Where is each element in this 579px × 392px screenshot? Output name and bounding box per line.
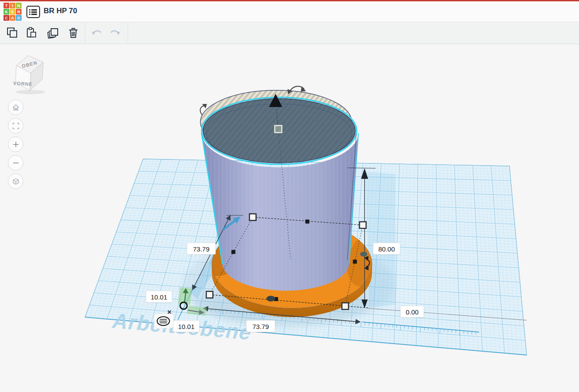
design-menu-button[interactable] [26, 6, 40, 18]
redo-icon [109, 26, 121, 39]
height-scale-handle[interactable] [275, 126, 282, 133]
logo-cell: I [10, 3, 15, 8]
scale-handle-front-right[interactable] [342, 303, 349, 310]
corner-handle-back[interactable] [306, 220, 310, 224]
logo-cell: E [10, 9, 15, 15]
paste-button[interactable] [25, 26, 38, 40]
redo-button[interactable] [108, 26, 122, 40]
3d-viewport[interactable]: Arbeitsebene [0, 0, 579, 392]
home-view-button[interactable] [8, 100, 23, 115]
undo-icon [91, 26, 103, 39]
ruler-close-icon[interactable]: × [167, 308, 171, 316]
copy-button[interactable] [5, 26, 18, 40]
scale-handle-front-left[interactable] [207, 292, 213, 298]
list-menu-icon [29, 9, 30, 11]
dimension-label-depth[interactable]: 73.79 [187, 243, 216, 255]
zoom-in-icon [12, 141, 20, 148]
anchor-dot-right[interactable] [360, 252, 367, 257]
toolbar-separator [85, 22, 85, 44]
dimension-label-offset-y[interactable]: 10.01 [146, 291, 172, 303]
zoom-in-button[interactable] [8, 137, 23, 152]
view-cube[interactable]: OBEN VORNE [11, 51, 51, 96]
zoom-out-icon [12, 159, 20, 167]
perspective-toggle-button[interactable] [8, 174, 23, 189]
fit-view-icon [12, 122, 20, 130]
logo-cell: K [4, 9, 9, 15]
paste-icon [25, 26, 37, 39]
brand-accent-bar [0, 0, 579, 1]
logo-cell: C [4, 15, 9, 21]
edit-toolbar [0, 22, 579, 44]
home-icon [12, 104, 20, 111]
fit-view-button[interactable] [8, 118, 23, 133]
duplicate-icon [46, 26, 59, 40]
tinkercad-logo[interactable]: T I N K E R C A D [4, 3, 22, 22]
logo-cell: N [16, 3, 22, 8]
dimension-band-right [365, 172, 395, 307]
scale-handle-mid-left[interactable] [250, 214, 256, 221]
logo-cell: T [4, 3, 9, 8]
toolbar-separator [128, 22, 128, 44]
corner-handle-left[interactable] [232, 250, 236, 254]
app-header: T I N K E R C A D BR HP 70 [0, 0, 579, 22]
logo-cell: D [16, 15, 22, 21]
view-cube-front-label: VORNE [13, 81, 33, 87]
duplicate-button[interactable] [46, 26, 59, 40]
anchor-dot-front[interactable] [266, 296, 275, 302]
logo-cell: R [16, 9, 22, 15]
view-cube-shadow [16, 90, 45, 94]
perspective-icon [12, 178, 20, 185]
design-title[interactable]: BR HP 70 [44, 7, 77, 15]
corner-handle-right[interactable] [353, 260, 357, 264]
dimension-label-elevation[interactable]: 0.00 [400, 306, 424, 318]
logo-cell: A [10, 15, 15, 21]
delete-icon [67, 26, 80, 40]
zoom-out-button[interactable] [8, 155, 23, 170]
dimension-label-height[interactable]: 80.00 [373, 243, 400, 255]
dimension-label-offset-x[interactable]: 10.01 [173, 320, 199, 332]
scale-handle-mid-right[interactable] [360, 222, 366, 229]
dimension-label-width[interactable]: 73.79 [246, 320, 275, 332]
delete-button[interactable] [67, 26, 80, 40]
copy-icon [6, 26, 18, 39]
undo-button[interactable] [90, 26, 103, 40]
